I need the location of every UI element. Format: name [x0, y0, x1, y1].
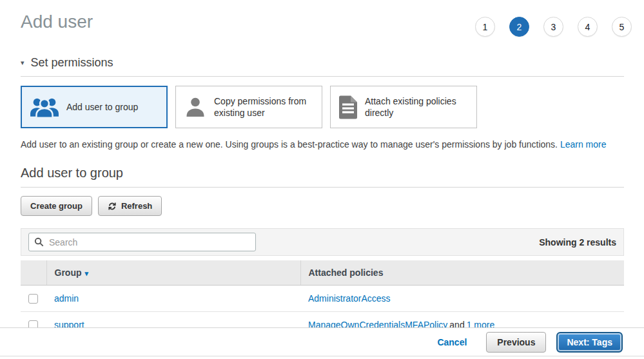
- table-toolbar: Showing 2 results: [21, 228, 624, 256]
- user-icon: [184, 96, 207, 118]
- results-count: Showing 2 results: [539, 237, 616, 247]
- search-box[interactable]: [28, 233, 256, 251]
- table-header-row: Group▾ Attached policies: [21, 260, 624, 285]
- section-description: Add user to an existing group or create …: [21, 139, 624, 150]
- groups-table: Group▾ Attached policies admin Administr…: [21, 260, 624, 338]
- collapse-icon: ▾: [21, 59, 24, 67]
- step-3: 3: [543, 17, 563, 37]
- set-permissions-section-toggle[interactable]: ▾ Set permissions: [21, 56, 624, 70]
- option-label: Copy permissions from existing user: [214, 95, 314, 119]
- step-1: 1: [475, 17, 495, 37]
- step-indicator: 1 2 3 4 5: [475, 17, 632, 37]
- group-column-header[interactable]: Group▾: [46, 260, 300, 285]
- create-group-label: Create group: [30, 201, 83, 211]
- option-add-user-to-group[interactable]: Add user to group: [21, 86, 168, 128]
- table-row: admin AdministratorAccess: [21, 285, 624, 311]
- row-checkbox[interactable]: [28, 294, 38, 304]
- option-attach-policies[interactable]: Attach existing policies directly: [330, 86, 477, 128]
- policy-link[interactable]: AdministratorAccess: [308, 293, 391, 304]
- description-text: Add user to an existing group or create …: [21, 139, 558, 150]
- refresh-button[interactable]: Refresh: [98, 196, 162, 216]
- option-copy-permissions[interactable]: Copy permissions from existing user: [175, 86, 322, 128]
- step-2-active: 2: [509, 17, 529, 37]
- group-link[interactable]: admin: [54, 293, 79, 304]
- search-input[interactable]: [48, 237, 250, 248]
- policy-document-icon: [338, 95, 358, 119]
- refresh-icon: [108, 202, 117, 211]
- divider: [21, 76, 624, 77]
- permission-option-cards: Add user to group Copy permissions from …: [21, 86, 624, 128]
- cancel-link[interactable]: Cancel: [437, 337, 467, 347]
- divider: [21, 187, 624, 188]
- refresh-label: Refresh: [121, 201, 152, 211]
- select-column-header: [21, 260, 46, 285]
- step-4: 4: [578, 17, 598, 37]
- sort-desc-icon[interactable]: ▾: [85, 269, 89, 277]
- next-tags-button[interactable]: Next: Tags: [556, 332, 623, 353]
- policies-column-header: Attached policies: [300, 260, 624, 285]
- section-title: Set permissions: [31, 56, 113, 70]
- create-group-button[interactable]: Create group: [21, 196, 92, 216]
- group-icon: [30, 96, 59, 118]
- wizard-footer: Cancel Previous Next: Tags: [0, 327, 644, 356]
- search-icon: [34, 237, 44, 247]
- previous-button[interactable]: Previous: [486, 332, 546, 353]
- learn-more-link[interactable]: Learn more: [560, 139, 607, 150]
- option-label: Add user to group: [66, 101, 138, 113]
- step-5: 5: [612, 17, 632, 37]
- group-section-title: Add user to group: [21, 166, 624, 180]
- option-label: Attach existing policies directly: [365, 95, 469, 119]
